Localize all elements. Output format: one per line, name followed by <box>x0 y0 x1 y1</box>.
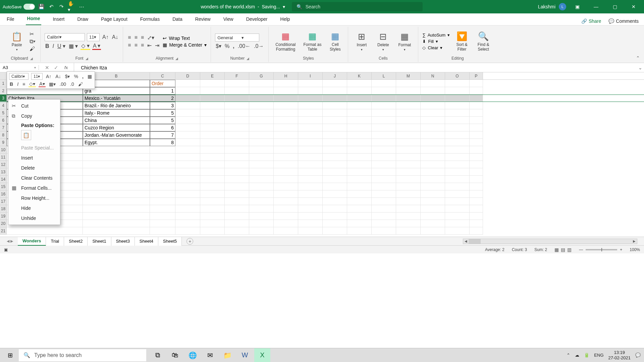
mini-format-painter-icon[interactable]: 🖌 <box>77 81 84 87</box>
cell-J16[interactable] <box>323 190 347 198</box>
sheet-nav[interactable]: ◀ ▶ <box>7 239 18 243</box>
cell-O16[interactable] <box>445 190 470 198</box>
formula-input[interactable]: Chichen Itza <box>74 65 637 70</box>
horizontal-scrollbar[interactable]: ◀▶ <box>463 239 637 244</box>
cell-L13[interactable] <box>372 168 396 176</box>
cell-B21[interactable] <box>83 227 150 235</box>
clear-button[interactable]: ◇ Clear ▾ <box>422 45 450 50</box>
cell-G9[interactable] <box>249 139 274 146</box>
cell-F10[interactable] <box>225 146 249 154</box>
cell-N9[interactable] <box>421 139 445 146</box>
cell-B16[interactable] <box>83 190 150 198</box>
cell-I12[interactable] <box>298 161 323 168</box>
copy-icon[interactable]: ⧉▾ <box>29 39 36 45</box>
cell-L19[interactable] <box>372 213 396 220</box>
mini-italic-icon[interactable]: I <box>16 81 19 87</box>
cell-M18[interactable] <box>396 205 421 213</box>
cell-P6[interactable] <box>470 117 483 124</box>
cell-G13[interactable] <box>249 168 274 176</box>
cell-L17[interactable] <box>372 198 396 205</box>
cell-H4[interactable] <box>274 102 298 109</box>
cell-E3[interactable] <box>200 95 225 102</box>
cell-B6[interactable]: China <box>83 117 150 124</box>
cell-E21[interactable] <box>200 227 225 235</box>
cell-E16[interactable] <box>200 190 225 198</box>
cell-J8[interactable] <box>323 131 347 139</box>
ribbon-tab-page-layout[interactable]: Page Layout <box>100 14 129 25</box>
start-button[interactable]: ⊞ <box>3 349 17 362</box>
cell-H11[interactable] <box>274 154 298 161</box>
cell-D1[interactable] <box>175 80 200 87</box>
align-top-icon[interactable]: ≡ <box>127 35 131 41</box>
increase-decimal-icon[interactable]: .00← <box>237 43 251 49</box>
cut-icon[interactable]: ✂ <box>29 31 36 37</box>
row-header-3[interactable]: 3 <box>0 95 7 102</box>
column-header-E[interactable]: E <box>200 72 225 79</box>
edge-icon[interactable]: 🌐 <box>184 348 201 362</box>
cell-O13[interactable] <box>445 168 470 176</box>
cell-M17[interactable] <box>396 198 421 205</box>
cell-N14[interactable] <box>421 176 445 183</box>
cell-M20[interactable] <box>396 220 421 227</box>
row-header-13[interactable]: 13 <box>0 168 7 176</box>
context-menu-format-cells[interactable]: ▦Format Cells... <box>8 183 60 193</box>
cell-J5[interactable] <box>323 109 347 117</box>
cell-P8[interactable] <box>470 131 483 139</box>
cell-L12[interactable] <box>372 161 396 168</box>
font-size-select[interactable]: 11 ▾ <box>87 33 100 41</box>
cell-P5[interactable] <box>470 109 483 117</box>
cell-C14[interactable] <box>150 176 175 183</box>
cell-M11[interactable] <box>396 154 421 161</box>
cell-F5[interactable] <box>225 109 249 117</box>
cell-O9[interactable] <box>445 139 470 146</box>
decrease-font-icon[interactable]: A↓ <box>111 34 119 40</box>
cell-J6[interactable] <box>323 117 347 124</box>
cell-D20[interactable] <box>175 220 200 227</box>
cell-H7[interactable] <box>274 124 298 131</box>
customize-qat-icon[interactable]: ⋯ <box>78 3 85 10</box>
cell-G8[interactable] <box>249 131 274 139</box>
cell-F16[interactable] <box>225 190 249 198</box>
cell-I5[interactable] <box>298 109 323 117</box>
row-header-19[interactable]: 19 <box>0 213 7 220</box>
cell-C11[interactable] <box>150 154 175 161</box>
store-icon[interactable]: 🛍 <box>167 348 183 362</box>
cell-I10[interactable] <box>298 146 323 154</box>
cell-H10[interactable] <box>274 146 298 154</box>
cell-D19[interactable] <box>175 213 200 220</box>
cell-G12[interactable] <box>249 161 274 168</box>
cell-K3[interactable] <box>347 95 372 102</box>
cell-G3[interactable] <box>249 95 274 102</box>
touch-mode-icon[interactable]: ✋▾ <box>68 3 75 10</box>
notifications-icon[interactable]: 💬 <box>635 353 641 358</box>
cell-I2[interactable] <box>298 87 323 95</box>
cell-I1[interactable] <box>298 80 323 87</box>
cell-O10[interactable] <box>445 146 470 154</box>
cell-E1[interactable] <box>200 80 225 87</box>
cell-I19[interactable] <box>298 213 323 220</box>
page-break-view-icon[interactable]: ▥ <box>567 247 572 252</box>
mini-cond-format-icon[interactable]: ▦ <box>87 74 93 79</box>
row-header-6[interactable]: 6 <box>0 117 7 124</box>
cell-D3[interactable] <box>175 95 200 102</box>
cell-B3[interactable]: Mexico.- Yucatán <box>83 95 150 102</box>
cell-C1[interactable]: Order <box>150 80 175 87</box>
decrease-indent-icon[interactable]: ⇤ <box>147 42 152 49</box>
cell-G5[interactable] <box>249 109 274 117</box>
cell-I6[interactable] <box>298 117 323 124</box>
cell-E20[interactable] <box>200 220 225 227</box>
cell-M14[interactable] <box>396 176 421 183</box>
context-menu-insert[interactable]: Insert <box>8 153 60 163</box>
conditional-formatting-button[interactable]: ▦ Conditional Formatting <box>273 31 298 52</box>
cell-H19[interactable] <box>274 213 298 220</box>
column-header-O[interactable]: O <box>445 72 470 79</box>
cell-L16[interactable] <box>372 190 396 198</box>
cell-N16[interactable] <box>421 190 445 198</box>
mini-decrease-font-icon[interactable]: A↓ <box>55 74 61 79</box>
cell-B7[interactable]: Cuzco Region <box>83 124 150 131</box>
context-menu-unhide[interactable]: Unhide <box>8 213 60 223</box>
cell-K15[interactable] <box>347 183 372 190</box>
underline-icon[interactable]: U ▾ <box>57 43 66 49</box>
cell-J15[interactable] <box>323 183 347 190</box>
number-format-select[interactable]: General ▾ <box>215 34 259 42</box>
